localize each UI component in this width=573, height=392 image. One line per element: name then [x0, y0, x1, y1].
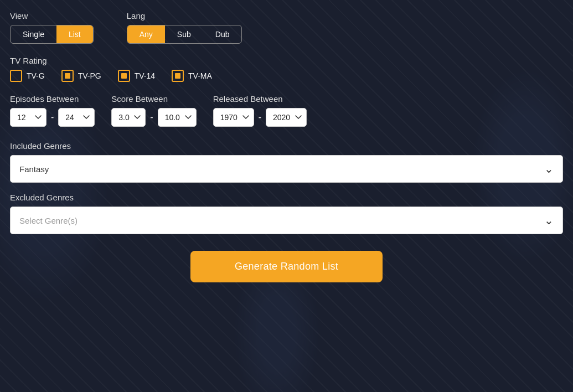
episodes-from-select[interactable]: 12 1 4 8 16 24 36 50 100	[10, 108, 47, 127]
episodes-between-group: Episodes Between 12 1 4 8 16 24 36 50 10…	[10, 94, 95, 127]
generate-row: Generate Random List	[10, 251, 563, 282]
tv-rating-label: TV Rating	[10, 56, 563, 65]
episodes-between-label: Episodes Between	[10, 94, 95, 104]
tv-g-label: TV-G	[27, 71, 45, 80]
released-to-select[interactable]: 2020 2000 2005 2010 2015 2023	[266, 108, 307, 127]
tv-pg-checkbox[interactable]	[61, 70, 74, 82]
released-between-inputs: 1970 1960 1965 1975 1980 1985 1990 1995 …	[213, 108, 307, 127]
lang-dub-button[interactable]: Dub	[203, 25, 242, 43]
tv-g-checkbox[interactable]	[10, 70, 22, 82]
generate-button[interactable]: Generate Random List	[190, 251, 383, 282]
episodes-to-select[interactable]: 24 12 36 50 100 200 500	[58, 108, 95, 127]
tv-ma-checkbox[interactable]	[172, 70, 184, 82]
released-between-label: Released Between	[213, 94, 307, 104]
tv-14-option[interactable]: TV-14	[118, 70, 155, 82]
score-between-inputs: 3.0 1.0 2.0 4.0 5.0 6.0 7.0 8.0 9.0 - 10…	[111, 108, 196, 127]
excluded-genres-dropdown[interactable]: Select Genre(s) ⌄	[10, 207, 563, 234]
view-label: View	[10, 11, 94, 20]
included-genres-label: Included Genres	[10, 141, 563, 151]
tv-ma-label: TV-MA	[188, 71, 212, 80]
score-separator: -	[150, 112, 153, 122]
view-group: View Single List	[10, 11, 94, 44]
view-list-button[interactable]: List	[56, 25, 93, 43]
excluded-genres-chevron: ⌄	[544, 215, 554, 226]
tv-rating-options: TV-G TV-PG TV-14 TV-MA	[10, 70, 563, 82]
score-between-label: Score Between	[111, 94, 196, 104]
lang-sub-button[interactable]: Sub	[165, 25, 203, 43]
included-genres-chevron: ⌄	[544, 163, 554, 174]
tv-pg-label: TV-PG	[78, 71, 101, 80]
tv-g-option[interactable]: TV-G	[10, 70, 45, 82]
view-single-button[interactable]: Single	[11, 25, 56, 43]
included-genres-dropdown[interactable]: Fantasy ⌄	[10, 155, 563, 183]
tv-pg-option[interactable]: TV-PG	[61, 70, 101, 82]
view-toggle: Single List	[10, 25, 94, 44]
ranges-row: Episodes Between 12 1 4 8 16 24 36 50 10…	[10, 94, 563, 127]
lang-group: Lang Any Sub Dub	[127, 11, 242, 44]
included-genres-value: Fantasy	[19, 164, 49, 174]
score-between-group: Score Between 3.0 1.0 2.0 4.0 5.0 6.0 7.…	[111, 94, 196, 127]
tv-14-checkbox[interactable]	[118, 70, 130, 82]
excluded-genres-section: Excluded Genres Select Genre(s) ⌄	[10, 193, 563, 234]
score-from-select[interactable]: 3.0 1.0 2.0 4.0 5.0 6.0 7.0 8.0 9.0	[111, 108, 146, 127]
tv-14-label: TV-14	[135, 71, 155, 80]
score-to-select[interactable]: 10.0 5.0 6.0 7.0 8.0 9.0	[158, 108, 197, 127]
released-from-select[interactable]: 1970 1960 1965 1975 1980 1985 1990 1995 …	[213, 108, 254, 127]
excluded-genres-label: Excluded Genres	[10, 193, 563, 202]
released-between-group: Released Between 1970 1960 1965 1975 198…	[213, 94, 307, 127]
lang-label: Lang	[127, 11, 242, 20]
tv-rating-section: TV Rating TV-G TV-PG TV-14	[10, 56, 563, 82]
episodes-separator: -	[51, 112, 54, 122]
released-separator: -	[259, 112, 261, 122]
lang-any-button[interactable]: Any	[127, 25, 165, 43]
included-genres-section: Included Genres Fantasy ⌄	[10, 141, 563, 183]
episodes-between-inputs: 12 1 4 8 16 24 36 50 100 - 24 12 36 50 1…	[10, 108, 95, 127]
lang-toggle: Any Sub Dub	[127, 25, 242, 44]
excluded-genres-placeholder: Select Genre(s)	[19, 216, 78, 225]
tv-ma-option[interactable]: TV-MA	[172, 70, 212, 82]
